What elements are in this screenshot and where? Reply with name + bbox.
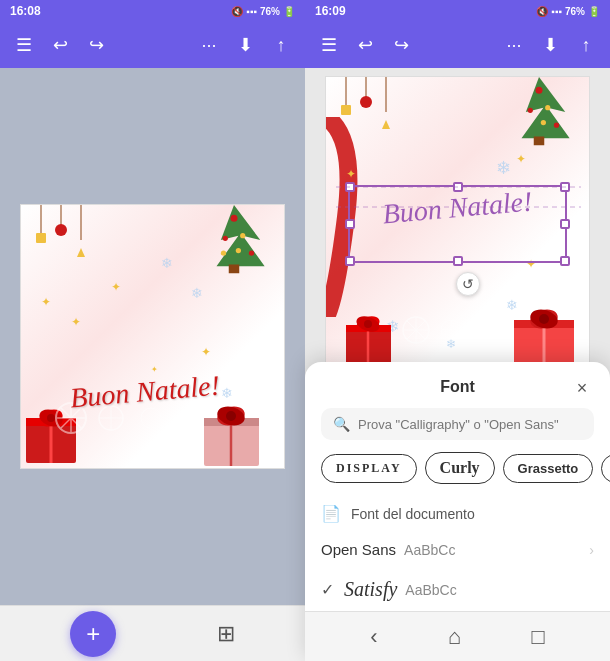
right-canvas[interactable]: ✦ ✦ ✦ ❄ ❄ ❄ ❄	[325, 76, 590, 371]
left-panel: 16:08 🔇 ▪▪▪ 76% 🔋 ☰ ↩ ↪ ··· ⬇ ↑	[0, 0, 305, 661]
svg-point-7	[221, 251, 226, 256]
handle-top-right[interactable]	[560, 182, 570, 192]
xmas-background-left: ✦ ✦ ✦ ✦ ✦ ❄ ❄ ❄	[20, 204, 285, 469]
left-download-button[interactable]: ⬇	[229, 29, 261, 61]
svg-point-53	[364, 320, 372, 328]
left-redo-button[interactable]: ↪	[80, 29, 112, 61]
font-check-satisfy: ✓	[321, 580, 334, 599]
back-button[interactable]: ‹	[370, 624, 377, 650]
snowflake-2: ❄	[191, 285, 203, 301]
tree-decoration-left	[184, 205, 284, 275]
handle-bottom-right[interactable]	[560, 256, 570, 266]
rotate-handle[interactable]: ↺	[456, 272, 480, 296]
font-search-bar: 🔍	[321, 408, 594, 440]
recent-button[interactable]: □	[532, 624, 545, 650]
fab-add-button[interactable]: +	[70, 611, 116, 657]
svg-point-11	[55, 224, 67, 236]
bottom-navigation: ‹ ⌂ □	[305, 611, 610, 661]
right-menu-button[interactable]: ☰	[313, 29, 345, 61]
font-name-open-sans: Open Sans	[321, 541, 396, 558]
svg-rect-36	[534, 137, 545, 146]
handle-mid-left[interactable]	[345, 219, 355, 229]
gift-bottom-right2	[509, 290, 589, 370]
right-status-icons: 🔇 ▪▪▪ 76% 🔋	[536, 6, 600, 17]
svg-point-3	[240, 233, 245, 238]
svg-point-34	[141, 408, 161, 428]
svg-rect-43	[341, 105, 351, 115]
hanging-deco-left	[26, 205, 106, 275]
svg-point-37	[536, 87, 543, 94]
star-1: ✦	[41, 295, 51, 309]
right-share-button[interactable]: ↑	[570, 29, 602, 61]
left-canvas[interactable]: ✦ ✦ ✦ ✦ ✦ ❄ ❄ ❄	[20, 204, 285, 469]
right-more-button[interactable]: ···	[498, 29, 530, 61]
svg-point-5	[236, 248, 241, 253]
home-button[interactable]: ⌂	[448, 624, 461, 650]
svg-rect-1	[229, 265, 240, 274]
handle-top-mid[interactable]	[453, 182, 463, 192]
left-time: 16:08	[10, 4, 41, 18]
left-status-icons: 🔇 ▪▪▪ 76% 🔋	[231, 6, 295, 17]
font-name-satisfy: Satisfy	[344, 578, 397, 601]
svg-point-40	[541, 120, 546, 125]
handle-top-left[interactable]	[345, 182, 355, 192]
font-sample-open-sans: AaBbCc	[404, 542, 455, 558]
font-panel-header: Font ×	[305, 362, 610, 408]
star-2: ✦	[71, 315, 81, 329]
font-panel-close-button[interactable]: ×	[570, 376, 594, 400]
font-item-open-sans[interactable]: Open Sans AaBbCc ›	[305, 531, 610, 568]
filter-display-button[interactable]: DISPLAY	[321, 454, 417, 483]
font-arrow-open-sans: ›	[589, 542, 594, 558]
right-toolbar: ☰ ↩ ↪ ··· ⬇ ↑	[305, 22, 610, 68]
svg-point-41	[554, 123, 559, 128]
svg-point-25	[226, 411, 236, 421]
right-download-button[interactable]: ⬇	[534, 29, 566, 61]
right-undo-button[interactable]: ↩	[349, 29, 381, 61]
font-section-header: 📄 Font del documento	[305, 496, 610, 531]
snowflake-1: ❄	[161, 255, 173, 271]
font-section-title: Font del documento	[351, 506, 475, 522]
svg-point-38	[545, 105, 550, 110]
right-panel: 16:09 🔇 ▪▪▪ 76% 🔋 ☰ ↩ ↪ ··· ⬇ ↑	[305, 0, 610, 661]
search-icon: 🔍	[333, 416, 350, 432]
left-undo-button[interactable]: ↩	[44, 29, 76, 61]
svg-point-45	[360, 96, 372, 108]
font-search-input[interactable]	[358, 417, 582, 432]
svg-point-59	[539, 314, 549, 324]
right-time: 16:09	[315, 4, 346, 18]
svg-point-6	[249, 251, 254, 256]
left-canvas-area: ✦ ✦ ✦ ✦ ✦ ❄ ❄ ❄	[0, 68, 305, 605]
font-sample-satisfy: AaBbCc	[405, 582, 456, 598]
filter-other-button[interactable]: OOO	[601, 454, 610, 483]
right-status-bar: 16:09 🔇 ▪▪▪ 76% 🔋	[305, 0, 610, 22]
left-menu-button[interactable]: ☰	[8, 29, 40, 61]
xmas-background-right: ✦ ✦ ✦ ❄ ❄ ❄ ❄	[325, 76, 590, 371]
left-toolbar: ☰ ↩ ↪ ··· ⬇ ↑	[0, 22, 305, 68]
svg-rect-9	[36, 233, 46, 243]
filter-bold-button[interactable]: Grassetto	[503, 454, 594, 483]
star-5: ✦	[151, 365, 158, 374]
left-bottom-bar: + ⊞	[0, 605, 305, 661]
grid-view-button[interactable]: ⊞	[217, 621, 235, 647]
right-redo-button[interactable]: ↪	[385, 29, 417, 61]
document-icon: 📄	[321, 504, 341, 523]
font-item-satisfy[interactable]: ✓ Satisfy AaBbCc	[305, 568, 610, 611]
star-4: ✦	[201, 345, 211, 359]
left-status-bar: 16:08 🔇 ▪▪▪ 76% 🔋	[0, 0, 305, 22]
font-filter-row: DISPLAY Curly Grassetto OOO ›	[305, 452, 610, 496]
star-r1: ✦	[346, 167, 356, 181]
svg-point-4	[223, 236, 228, 241]
handle-bottom-left[interactable]	[345, 256, 355, 266]
svg-marker-13	[77, 248, 85, 257]
handle-mid-right[interactable]	[560, 219, 570, 229]
snowflake-deco-right	[396, 305, 476, 355]
left-share-button[interactable]: ↑	[265, 29, 297, 61]
tree-decoration-right	[489, 77, 589, 147]
star-3: ✦	[111, 280, 121, 294]
font-panel-title: Font	[440, 378, 475, 396]
left-more-button[interactable]: ···	[193, 29, 225, 61]
handle-bottom-mid[interactable]	[453, 256, 463, 266]
svg-point-39	[528, 108, 533, 113]
filter-curly-button[interactable]: Curly	[425, 452, 495, 484]
svg-point-2	[231, 215, 238, 222]
